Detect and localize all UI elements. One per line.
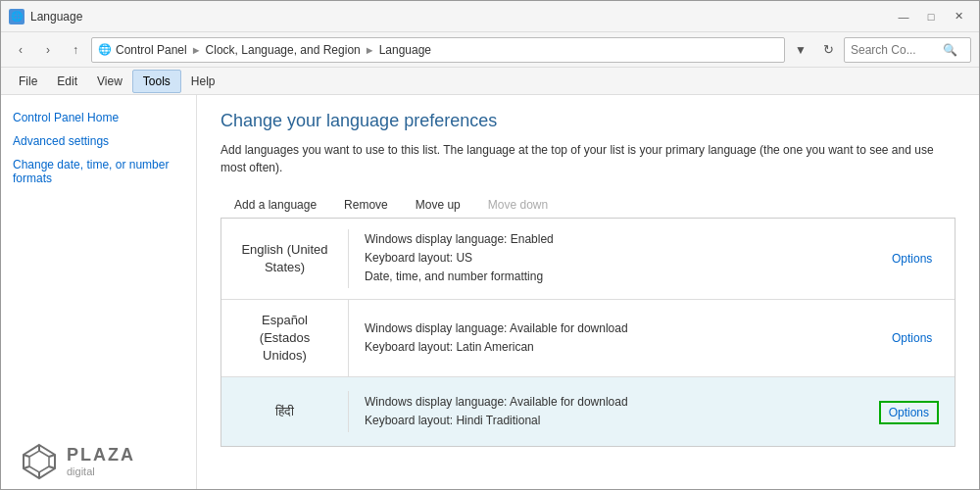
page-title: Change your language preferences: [220, 111, 956, 131]
watermark-sub: digital: [67, 466, 135, 477]
language-row-espanol[interactable]: Español (Estados Unidos) Windows display…: [221, 300, 955, 378]
sep2: ►: [365, 44, 375, 56]
language-row-english[interactable]: English (United States) Windows display …: [221, 219, 955, 300]
lang-options-english: Options: [876, 251, 955, 266]
window-controls: — □ ✕: [891, 6, 971, 27]
lang-name-hindi: हिंदी: [221, 391, 349, 432]
breadcrumb-lang: Language: [379, 43, 431, 57]
language-list: English (United States) Windows display …: [220, 219, 956, 447]
add-language-button[interactable]: Add a language: [220, 192, 330, 218]
minimize-button[interactable]: —: [891, 6, 916, 27]
dropdown-button[interactable]: ▼: [789, 38, 812, 62]
lang-detail-english-2: Date, time, and number formatting: [365, 270, 543, 283]
lang-detail-espanol-1: Keyboard layout: Latin American: [365, 340, 534, 354]
address-row: ‹ › ↑ 🌐 Control Panel ► Clock, Language,…: [1, 32, 979, 68]
move-down-button: Move down: [474, 192, 562, 218]
window-icon: 🌐: [9, 9, 24, 24]
close-button[interactable]: ✕: [946, 6, 971, 27]
page-description: Add languages you want to use to this li…: [220, 141, 956, 176]
options-link-english[interactable]: Options: [892, 252, 932, 266]
lang-details-english: Windows display language: Enabled Keyboa…: [349, 219, 876, 299]
search-input[interactable]: [851, 43, 939, 57]
menu-help[interactable]: Help: [181, 71, 225, 92]
options-link-espanol[interactable]: Options: [892, 331, 932, 345]
forward-button[interactable]: ›: [36, 38, 60, 62]
lang-detail-hindi-1: Keyboard layout: Hindi Traditional: [365, 414, 540, 427]
menu-bar: File Edit View Tools Help: [1, 68, 979, 95]
lang-detail-english-1: Keyboard layout: US: [365, 251, 472, 265]
lang-options-espanol: Options: [876, 330, 955, 345]
svg-marker-1: [29, 451, 49, 472]
lang-details-espanol: Windows display language: Available for …: [349, 308, 876, 368]
up-button[interactable]: ↑: [64, 38, 87, 62]
sidebar-control-panel-home[interactable]: Control Panel Home: [13, 111, 184, 124]
menu-edit[interactable]: Edit: [47, 71, 87, 92]
sidebar-date-time-formats[interactable]: Change date, time, or number formats: [13, 158, 184, 185]
refresh-button[interactable]: ↻: [816, 38, 840, 62]
move-up-button[interactable]: Move up: [402, 192, 474, 218]
watermark: PLAZA digital: [20, 441, 135, 480]
title-bar: 🌐 Language — □ ✕: [1, 1, 979, 32]
lang-name-espanol: Español (Estados Unidos): [221, 300, 349, 377]
watermark-icon: [20, 441, 59, 480]
remove-button[interactable]: Remove: [330, 192, 402, 218]
back-button[interactable]: ‹: [9, 38, 32, 62]
action-buttons: Add a language Remove Move up Move down: [220, 192, 956, 219]
sep1: ►: [191, 44, 202, 56]
menu-file[interactable]: File: [9, 71, 47, 92]
breadcrumb-cp: Control Panel: [116, 43, 187, 57]
language-row-hindi[interactable]: हिंदी Windows display language: Availabl…: [221, 377, 955, 446]
main-window: 🌐 Language — □ ✕ ‹ › ↑ 🌐 Control Panel ►…: [0, 0, 980, 490]
lang-detail-english-0: Windows display language: Enabled: [365, 232, 554, 246]
breadcrumb-clr: Clock, Language, and Region: [206, 43, 361, 57]
maximize-button[interactable]: □: [918, 6, 944, 27]
lang-detail-espanol-0: Windows display language: Available for …: [365, 321, 628, 335]
watermark-text-block: PLAZA digital: [67, 445, 135, 477]
menu-view[interactable]: View: [87, 71, 132, 92]
lang-name-english: English (United States): [221, 229, 349, 288]
address-icon: 🌐: [98, 43, 112, 56]
lang-details-hindi: Windows display language: Available for …: [349, 381, 863, 442]
sidebar-advanced-settings[interactable]: Advanced settings: [13, 134, 184, 148]
watermark-logo: PLAZA: [67, 445, 135, 466]
content-area: Control Panel Home Advanced settings Cha…: [1, 95, 979, 489]
menu-tools[interactable]: Tools: [132, 70, 181, 93]
lang-detail-hindi-0: Windows display language: Available for …: [365, 395, 628, 409]
search-box[interactable]: 🔍: [844, 37, 971, 63]
window-title: Language: [30, 10, 891, 24]
main-panel: Change your language preferences Add lan…: [197, 95, 979, 489]
sidebar: Control Panel Home Advanced settings Cha…: [1, 95, 197, 489]
options-link-hindi[interactable]: Options: [879, 401, 939, 424]
address-bar[interactable]: 🌐 Control Panel ► Clock, Language, and R…: [91, 37, 785, 63]
lang-options-hindi: Options: [863, 405, 955, 419]
search-icon: 🔍: [943, 43, 957, 57]
